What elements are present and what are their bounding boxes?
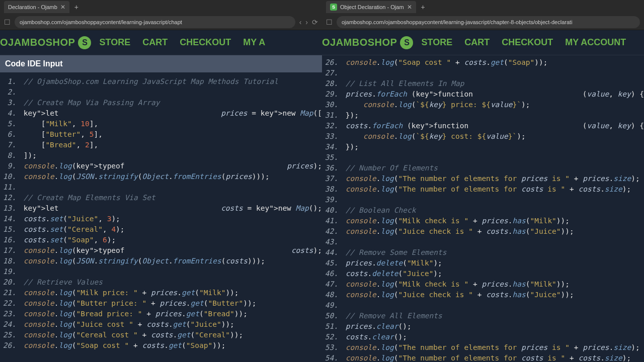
bookmark-icon[interactable]: ☐	[4, 18, 11, 26]
code-text: console.log(`${key} price: ${value}`);	[341, 100, 644, 110]
brand-logo-badge[interactable]: S	[78, 36, 91, 49]
code-line: 2	[0, 87, 322, 98]
nav-cart[interactable]: CART	[142, 37, 168, 48]
code-line: 13 key">let costs = key">new Map();	[0, 203, 322, 214]
code-line: 7 ["Bread", 2],	[0, 140, 322, 150]
code-text: // Remove All Elements	[341, 311, 644, 321]
code-text: costs.set("Juice", 3);	[19, 214, 322, 224]
code-line: 53 console.log("The number of elements f…	[322, 342, 644, 353]
code-text: console.log("The number of elements for …	[341, 353, 644, 362]
code-line: 24 console.log("Juice cost " + costs.get…	[0, 319, 322, 330]
code-editor[interactable]: 26 console.log("Soap cost " + costs.get(…	[322, 55, 644, 362]
forward-icon[interactable]: ›	[305, 18, 308, 26]
brand-logo-badge[interactable]: S	[400, 36, 413, 49]
code-line: 41 console.log("Milk check is " + prices…	[322, 216, 644, 226]
line-number: 48	[322, 290, 341, 300]
code-line: 49	[322, 300, 644, 311]
code-line: 5 ["Milk", 10],	[0, 119, 322, 129]
code-text: // Create Map Via Passing Array	[19, 98, 322, 108]
code-text: key">let	[19, 203, 221, 214]
line-number: 37	[322, 173, 341, 184]
code-editor[interactable]: 1 // OjamboShop.com Learning JavaScript …	[0, 72, 322, 362]
line-number: 22	[0, 298, 19, 309]
close-icon[interactable]: ✕	[407, 4, 412, 11]
code-text: console.log("Juice check is " + costs.ha…	[341, 290, 644, 300]
browser-tab[interactable]: S Object Declaration - Ojam ✕	[326, 1, 416, 13]
line-number: 27	[322, 68, 341, 78]
line-number: 5	[0, 119, 19, 129]
line-number: 36	[322, 163, 341, 173]
line-number: 40	[322, 205, 341, 216]
code-line: 46 costs.delete("Juice");	[322, 268, 644, 279]
brand-logo-text[interactable]: OJAMBOSHOP	[322, 37, 397, 48]
tab-bar: Declaration - Ojamb ✕ +	[0, 0, 322, 14]
nav-checkout[interactable]: CHECKOUT	[502, 37, 553, 48]
url-bar: ☐ ojamboshop.com/ojamboshoppaycontent/le…	[0, 14, 322, 30]
code-line: 17 console.log(key">typeof costs);	[0, 245, 322, 256]
code-text: console.log("Milk price: " + prices.get(…	[19, 288, 322, 298]
line-number: 49	[322, 300, 341, 311]
code-text: console.log("The number of elements for …	[341, 342, 644, 353]
left-browser-window: Declaration - Ojamb ✕ + ☐ ojamboshop.com…	[0, 0, 322, 362]
nav-cart[interactable]: CART	[464, 37, 490, 48]
line-number: 6	[0, 129, 19, 140]
new-tab-button[interactable]: +	[421, 3, 425, 11]
back-icon[interactable]: ‹	[299, 18, 302, 26]
line-number: 9	[0, 161, 19, 171]
code-text: console.log("Cereal cost " + costs.get("…	[19, 330, 322, 340]
brand-logo-text[interactable]: OJAMBOSHOP	[0, 37, 75, 48]
line-number: 41	[322, 216, 341, 226]
code-text: prices.delete("Milk");	[341, 258, 644, 268]
code-text: // OjamboShop.com Learning JavaScript Ma…	[19, 76, 322, 87]
tab-bar: S Object Declaration - Ojam ✕ +	[322, 0, 644, 14]
code-text	[341, 237, 644, 247]
url-input[interactable]: ojamboshop.com/ojamboshoppaycontent/lear…	[15, 16, 295, 28]
url-bar: ☐ ojamboshop.com/ojamboshoppaycontent/le…	[322, 14, 644, 30]
nav-account[interactable]: MY A	[243, 37, 265, 48]
code-text	[341, 195, 644, 205]
code-text: // Create Map Elements Via Set	[19, 193, 322, 203]
line-number: 7	[0, 140, 19, 150]
nav-checkout[interactable]: CHECKOUT	[180, 37, 231, 48]
line-number: 13	[0, 203, 19, 214]
code-text	[341, 300, 644, 311]
code-line: 48 console.log("Juice check is " + costs…	[322, 290, 644, 300]
browser-tab[interactable]: Declaration - Ojamb ✕	[4, 1, 69, 13]
bookmark-icon[interactable]: ☐	[326, 18, 333, 26]
nav-store[interactable]: STORE	[99, 37, 130, 48]
code-text: console.log("The number of elements for …	[341, 173, 644, 184]
code-line: 4 key">let prices = key">new Map([	[0, 108, 322, 119]
code-text	[19, 87, 322, 98]
line-number: 21	[0, 288, 19, 298]
line-number: 54	[322, 353, 341, 362]
close-icon[interactable]: ✕	[60, 4, 65, 11]
code-text: });	[341, 142, 644, 152]
code-line: 38 console.log("The number of elements f…	[322, 184, 644, 195]
code-line: 3 // Create Map Via Passing Array	[0, 98, 322, 108]
reload-icon[interactable]: ⟳	[312, 18, 318, 26]
section-header: Code IDE Input	[0, 55, 322, 72]
url-input[interactable]: ojamboshop.com/ojamboshoppaycontent/lear…	[337, 16, 640, 28]
line-number: 17	[0, 245, 19, 256]
line-number: 25	[0, 330, 19, 340]
code-line: 36 // Number Of Elements	[322, 163, 644, 173]
code-text: console.log(JSON.stringify(Object.fromEn…	[19, 256, 322, 266]
code-line: 22 console.log("Butter price: " + prices…	[0, 298, 322, 309]
code-line: 37 console.log("The number of elements f…	[322, 173, 644, 184]
code-line: 33 console.log(`${key} cost: ${value}`);	[322, 131, 644, 142]
line-number: 35	[322, 152, 341, 163]
code-line: 19	[0, 266, 322, 277]
line-number: 39	[322, 195, 341, 205]
line-number: 50	[322, 311, 341, 321]
code-text: console.log(key">typeof	[19, 161, 287, 171]
tab-title: Object Declaration - Ojam	[340, 4, 404, 10]
nav-account[interactable]: MY ACCOUNT	[565, 37, 626, 48]
nav-store[interactable]: STORE	[421, 37, 452, 48]
code-text: console.log("Juice cost " + costs.get("J…	[19, 319, 322, 330]
line-number: 29	[322, 89, 341, 100]
code-text: console.log("Milk check is " + prices.ha…	[341, 279, 644, 290]
new-tab-button[interactable]: +	[74, 3, 78, 11]
line-number: 23	[0, 309, 19, 319]
code-text: // Retrieve Values	[19, 277, 322, 288]
line-number: 28	[322, 78, 341, 89]
